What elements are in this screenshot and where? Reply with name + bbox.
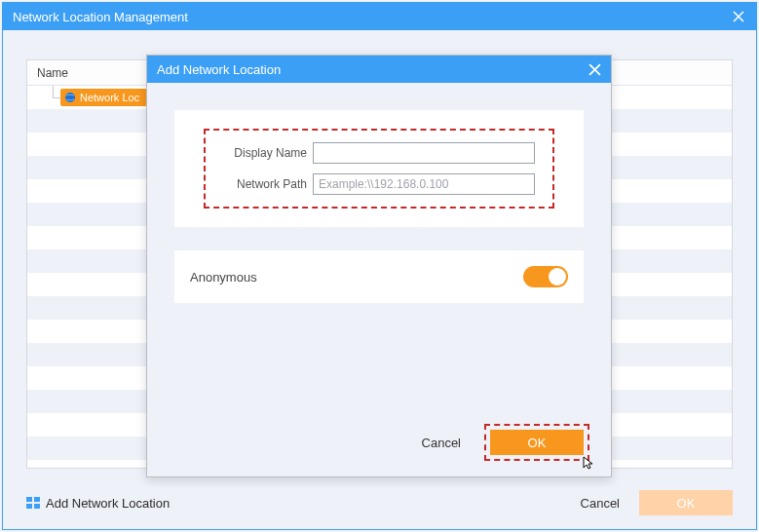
- highlighted-fields: Display Name Network Path: [204, 129, 554, 209]
- ok-button-disabled: OK: [639, 490, 733, 515]
- svg-rect-3: [26, 504, 32, 509]
- network-path-label: Network Path: [223, 177, 307, 191]
- globe-icon: [64, 92, 76, 103]
- ok-button-highlight: OK: [484, 424, 589, 461]
- anonymous-toggle[interactable]: [523, 266, 568, 287]
- toggle-knob: [549, 268, 566, 285]
- add-location-dialog: Add Network Location Display Name Networ…: [146, 55, 612, 477]
- ok-button[interactable]: OK: [490, 430, 584, 455]
- svg-rect-1: [26, 497, 32, 502]
- dialog-footer: Cancel OK: [422, 424, 589, 461]
- selected-location[interactable]: Network Loc: [60, 89, 147, 106]
- dialog-title: Add Network Location: [157, 62, 281, 77]
- cancel-button[interactable]: Cancel: [422, 436, 461, 450]
- svg-rect-4: [34, 504, 40, 509]
- cancel-button[interactable]: Cancel: [581, 496, 620, 511]
- network-icon: [26, 497, 40, 509]
- selected-location-label: Network Loc: [80, 92, 139, 103]
- network-path-row: Network Path: [223, 173, 535, 195]
- cursor-icon: [582, 455, 597, 471]
- svg-rect-2: [34, 497, 40, 502]
- display-name-label: Display Name: [223, 146, 307, 160]
- add-network-location-button[interactable]: Add Network Location: [26, 496, 170, 511]
- bottom-actions: Cancel OK: [581, 490, 733, 515]
- dialog-body: Display Name Network Path Anonymous: [147, 83, 611, 303]
- fields-panel: Display Name Network Path: [174, 110, 584, 227]
- add-link-label: Add Network Location: [46, 496, 170, 511]
- display-name-row: Display Name: [223, 142, 535, 164]
- main-titlebar: Network Location Management: [3, 3, 756, 30]
- main-title: Network Location Management: [13, 10, 188, 24]
- display-name-field[interactable]: [313, 142, 535, 164]
- svg-point-0: [65, 93, 75, 102]
- tree-connector: [47, 86, 60, 109]
- dialog-titlebar: Add Network Location: [147, 56, 611, 83]
- anonymous-label: Anonymous: [190, 270, 257, 285]
- bottom-bar: Add Network Location Cancel OK: [26, 490, 733, 515]
- close-icon[interactable]: [731, 9, 746, 24]
- anonymous-panel: Anonymous: [174, 250, 584, 303]
- close-icon[interactable]: [588, 63, 601, 76]
- network-path-field[interactable]: [313, 173, 535, 195]
